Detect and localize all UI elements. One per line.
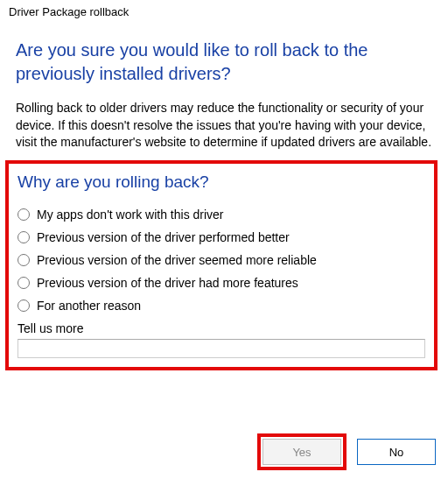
yes-button[interactable]: Yes (262, 439, 341, 465)
survey-section-highlight: Why are you rolling back? My apps don't … (5, 160, 438, 370)
reason-radio[interactable] (18, 231, 30, 243)
dialog-button-bar: Yes No (257, 433, 436, 470)
reason-label: My apps don't work with this driver (37, 208, 224, 222)
tell-us-more-input[interactable] (18, 339, 425, 358)
reason-option-another[interactable]: For another reason (18, 299, 425, 313)
window-title: Driver Package rollback (0, 0, 448, 26)
reason-option-more-features[interactable]: Previous version of the driver had more … (18, 276, 425, 290)
tell-us-more-label: Tell us more (18, 321, 425, 335)
reason-option-apps[interactable]: My apps don't work with this driver (18, 208, 425, 222)
dialog-body-text: Rolling back to older drivers may reduce… (16, 100, 432, 151)
reason-label: For another reason (37, 299, 141, 313)
reason-radio[interactable] (18, 299, 30, 312)
reason-radio[interactable] (18, 254, 30, 266)
no-button[interactable]: No (357, 439, 436, 465)
reason-label: Previous version of the driver performed… (37, 230, 290, 244)
dialog-content: Are you sure you would like to roll back… (0, 26, 448, 377)
survey-heading: Why are you rolling back? (18, 173, 425, 192)
reason-radio[interactable] (18, 208, 30, 221)
dialog-heading: Are you sure you would like to roll back… (16, 39, 432, 86)
reason-radio[interactable] (18, 277, 30, 289)
reason-label: Previous version of the driver seemed mo… (37, 253, 317, 267)
yes-button-highlight: Yes (257, 433, 346, 470)
reason-label: Previous version of the driver had more … (37, 276, 298, 290)
reason-option-performed-better[interactable]: Previous version of the driver performed… (18, 230, 425, 244)
reason-option-more-reliable[interactable]: Previous version of the driver seemed mo… (18, 253, 425, 267)
